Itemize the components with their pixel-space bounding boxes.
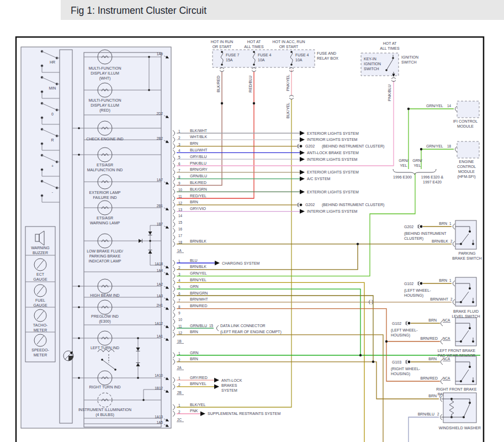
wire-color-label: BRN/YEL <box>190 382 206 386</box>
feed-label: HOT IN ACC, RUN <box>273 40 305 44</box>
wire-color-label: BRN <box>190 141 198 145</box>
fuse-name: FUSE 4 <box>258 53 272 57</box>
system-destination: (LEFT REAR OF ENGINE COMPT) <box>220 330 282 334</box>
wire-color-label: BRN/BLU <box>418 412 434 416</box>
wire-color-label: PNK/YEL <box>286 75 290 91</box>
lamp-name: (E300) <box>99 319 110 324</box>
pin-number: 1 <box>449 222 452 225</box>
lamp-name: CHECK ENGINE IND <box>86 137 123 141</box>
pin-number: 3 <box>178 272 181 276</box>
connector-id: 1A <box>177 249 182 252</box>
connector-id: 2A <box>177 366 182 370</box>
ground-location: (BEHIND INSTRUMENT CLUSTER) <box>322 144 384 149</box>
wire-color-label: BRN <box>428 357 437 361</box>
connector-id: 2B <box>177 391 182 394</box>
pin-number: 2 <box>450 239 453 243</box>
edge-pin: 2H1 <box>156 303 163 307</box>
pin-number: 7 <box>178 169 181 172</box>
wire-color-label: BLK/RED <box>190 181 206 185</box>
edge-pin: 1B12 <box>155 386 163 390</box>
ground-location: (LEFT WHEEL- <box>404 288 431 293</box>
pin-number: 14 <box>178 214 183 218</box>
module-name: ENGINE <box>459 160 474 164</box>
ground-ref: G202 <box>305 203 315 207</box>
component-name: PARKING <box>459 251 476 255</box>
edge-pin: 1A2 <box>157 282 163 286</box>
pin-number: NCA <box>443 336 450 340</box>
pin-number: 11 <box>178 324 182 328</box>
feed-label: HOT AT <box>247 40 261 44</box>
wire-color-label: BRN/RED <box>420 376 438 380</box>
pin-number: 1 <box>449 278 452 282</box>
pin-number: 15 <box>209 324 214 328</box>
module-outline <box>457 141 479 158</box>
component-name: BRAKE FLUID <box>453 309 479 313</box>
pin-number: 2 <box>178 266 181 270</box>
wire-color-label: BRN/BLK <box>432 239 448 243</box>
wire-color-label: BLU <box>190 259 198 262</box>
lamp-name: INDICATOR LAMP <box>89 259 121 263</box>
pin-number: 2 <box>437 412 439 416</box>
wire-color-label: BRN/RED <box>190 304 208 308</box>
system-destination: EXTERIOR LIGHTS SYSTEM <box>307 131 359 135</box>
button-label: MIN <box>49 86 56 90</box>
cluster-bus-bar <box>60 50 72 423</box>
wire-color-label: BLK/YEL <box>286 103 290 119</box>
wire-color-label: BRN/BLK <box>190 265 206 269</box>
lamp-name: RIGHT TURN IND <box>89 385 121 389</box>
edge-pin: 1A1 <box>157 334 163 338</box>
feed-label: HOT AT <box>383 41 397 45</box>
wire-color-label: GRY/RED <box>190 376 208 380</box>
lamp-name: PREGLOW IND <box>91 314 119 318</box>
ground-ref: G102 <box>404 282 413 286</box>
wire-color-label: BLK/GRN <box>190 187 207 191</box>
wire-color-label: RED/YEL <box>190 194 206 198</box>
edge-pin: 2B2 <box>157 136 163 140</box>
ground-ref: G202 <box>305 144 315 148</box>
edge-pin: 1B7 <box>157 222 163 226</box>
lamp-name: MULTI-FUNCTION <box>89 98 121 102</box>
system-destination: BRAKES <box>221 383 237 387</box>
edge-pin: 1A5 <box>157 420 163 424</box>
amp-rating: 10A <box>295 58 303 62</box>
pin-number: 7 <box>178 298 181 302</box>
pin-number: 8 <box>178 305 181 309</box>
lamp-name: MALFUNCTION IND <box>87 168 123 172</box>
pin-number: 6 <box>178 292 181 296</box>
gauge-name: BUZZER <box>33 251 48 255</box>
wire-color-label: BLK/RED <box>216 76 220 92</box>
wire-color-label: GRY/VIO <box>190 207 206 211</box>
ground-location: HOUSING) <box>391 333 410 338</box>
module-name: CONTROL <box>457 165 476 169</box>
header: Fig 1: Instrument Cluster Circuit <box>61 0 504 20</box>
edge-pin: 1A9 <box>157 52 163 56</box>
fuse-name: FUSE 7 <box>226 53 240 57</box>
fuse-box-label: FUSE AND <box>317 51 336 55</box>
wire-color-label: BRN/YEL <box>190 278 206 282</box>
feed-label: OR START <box>213 45 232 49</box>
connector-id: 1B <box>177 339 182 343</box>
wire-color-label: BRN/BLK <box>190 239 206 243</box>
wire-color-label: BLK/WHT <box>190 129 208 133</box>
lamp-name: EXTERIOR LAMP <box>89 191 121 194</box>
pin-number: 2 <box>178 410 181 414</box>
amp-rating: 15A <box>226 58 233 62</box>
feed-label: OR START <box>279 45 299 49</box>
edge-pin: 1A12 <box>155 322 163 325</box>
lamp-name: LOW BRAKE FLUID/ <box>87 249 123 253</box>
wire-color-label: YEL <box>400 164 407 167</box>
edge-pin: 1A3 <box>157 294 163 298</box>
ground-location: (RIGHT WHEEL- <box>391 367 421 371</box>
ground-ref: G102 <box>392 322 401 325</box>
lamp-name: FAILURE IND <box>93 196 116 199</box>
gauge-name: SPEEDO- <box>31 348 49 352</box>
feed-label: HOT IN RUN <box>211 40 234 44</box>
button-label: + <box>51 164 54 168</box>
page-title: Fig 1: Instrument Cluster Circuit <box>71 5 206 16</box>
lamp-name: ETS/ASR <box>97 216 113 220</box>
amp-rating: 10A <box>258 58 265 62</box>
wire-color-label: YEL <box>413 164 421 167</box>
edge-pin: 1A10 <box>155 373 163 377</box>
wire-color-label: BRN <box>439 278 447 282</box>
system-destination: EXTERIOR LIGHTS SYSTEM <box>307 170 359 174</box>
